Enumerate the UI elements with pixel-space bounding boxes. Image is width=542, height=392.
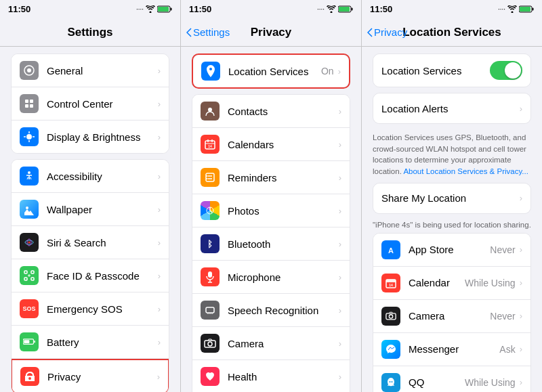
microphone-icon (201, 267, 220, 286)
calendar-label: Calendar (409, 277, 465, 288)
wifi-icon3 (507, 5, 517, 13)
privacy-item-speech[interactable]: Speech Recognition › (192, 294, 350, 327)
contacts-label: Contacts (228, 106, 339, 117)
control-center-chevron: › (158, 99, 161, 109)
svg-rect-13 (25, 104, 28, 108)
loc-app-messenger[interactable]: Messenger Ask › (373, 333, 530, 366)
svg-rect-65 (386, 280, 396, 282)
settings-group1-list: General › Control Center › (11, 53, 169, 154)
svg-rect-28 (31, 278, 34, 280)
svg-rect-31 (24, 340, 29, 343)
control-center-icon (20, 94, 39, 113)
loc-about-link[interactable]: About Location Services & Privacy... (403, 167, 528, 175)
location-services-panel: Privacy Location Services Location Servi… (362, 17, 542, 392)
settings-item-siri[interactable]: Siri & Search › (12, 226, 169, 259)
display-label: Display & Brightness (47, 131, 158, 143)
svg-rect-53 (206, 307, 214, 313)
battery-label: Battery (47, 336, 158, 348)
statusbar-panel2: 11:50 ···· (181, 0, 362, 17)
loc-alerts-item[interactable]: Location Alerts › (373, 93, 530, 123)
bluetooth-icon: ᛒ (201, 234, 220, 253)
messenger-icon (381, 340, 400, 359)
health-icon (201, 367, 220, 386)
location-services-title: Location Services (402, 26, 501, 39)
settings-item-faceid[interactable]: Face ID & Passcode › (12, 259, 169, 292)
siri-icon (20, 233, 39, 252)
loc-app-appstore[interactable]: A App Store Never › (373, 234, 530, 267)
share-location-note: "iPhone 4s" is being used for location s… (362, 219, 542, 233)
loc-app-qq[interactable]: QQ While Using › (373, 366, 530, 392)
photos-icon (201, 201, 220, 220)
loc-app-camera[interactable]: Camera Never › (373, 300, 530, 333)
camera-app-label: Camera (409, 310, 490, 322)
toggle-knob (505, 62, 521, 79)
privacy-item-camera[interactable]: Camera › (192, 327, 350, 360)
share-location-group: Share My Location › (373, 183, 531, 214)
settings-title: Settings (67, 26, 112, 39)
camera-label: Camera (228, 338, 339, 349)
wifi-icon (146, 5, 155, 13)
privacy-item-location[interactable]: Location Services On › (193, 55, 349, 87)
svg-point-69 (390, 381, 391, 383)
battery-icon (157, 5, 172, 13)
privacy-label: Privacy (47, 371, 157, 383)
svg-rect-26 (31, 271, 34, 274)
loc-services-toggle[interactable] (490, 61, 522, 80)
speech-label: Speech Recognition (228, 305, 339, 316)
siri-label: Siri & Search (47, 237, 158, 248)
qq-value: While Using (465, 377, 516, 388)
svg-point-47 (207, 175, 208, 177)
battery-icon2 (338, 5, 353, 13)
settings-item-accessibility[interactable]: Accessibility › (12, 160, 169, 193)
back-to-settings[interactable]: Settings (186, 26, 230, 38)
back-to-privacy[interactable]: Privacy (367, 26, 407, 38)
settings-item-display[interactable]: Display & Brightness › (12, 121, 169, 153)
camera-app-icon (381, 307, 400, 326)
svg-text:A: A (388, 246, 394, 255)
settings-item-emergency[interactable]: SOS Emergency SOS › (12, 292, 169, 326)
svg-rect-12 (30, 100, 33, 103)
appstore-value: Never (490, 244, 515, 255)
speech-icon (201, 301, 220, 320)
settings-panel: Settings General › (0, 17, 181, 392)
accessibility-label: Accessibility (47, 171, 158, 182)
reminders-label: Reminders (228, 172, 339, 183)
svg-text:14: 14 (389, 283, 393, 287)
battery-settings-icon (20, 332, 39, 351)
camera-icon (201, 334, 220, 353)
svg-rect-1 (171, 8, 172, 11)
accessibility-icon (20, 167, 39, 186)
settings-item-privacy[interactable]: Privacy › (12, 360, 168, 392)
time-panel3: 11:50 (370, 4, 392, 14)
settings-item-wallpaper[interactable]: Wallpaper › (12, 193, 169, 226)
location-services-header: Privacy Location Services (362, 17, 542, 47)
privacy-item-reminders[interactable]: Reminders › (192, 161, 350, 194)
messenger-value: Ask (499, 344, 515, 355)
settings-content: General › Control Center › (0, 47, 180, 392)
svg-point-48 (207, 178, 208, 179)
privacy-item-calendars[interactable]: 14 Calendars › (192, 128, 350, 161)
svg-rect-44 (206, 173, 214, 181)
settings-item-general[interactable]: General › (12, 54, 169, 87)
statusbar-panel1: 11:50 ···· (0, 0, 181, 17)
appstore-icon: A (381, 240, 400, 259)
share-location-item[interactable]: Share My Location › (373, 183, 530, 213)
privacy-item-health[interactable]: Health › (192, 360, 350, 392)
health-label: Health (228, 371, 339, 383)
privacy-items-group: Contacts › 14 Calendars › Reminders › (192, 94, 350, 392)
calendars-icon: 14 (201, 135, 220, 154)
privacy-item-bluetooth[interactable]: ᛒ Bluetooth › (192, 227, 350, 261)
loc-services-toggle-item[interactable]: Location Services (373, 54, 530, 87)
svg-rect-8 (520, 7, 530, 12)
svg-rect-7 (533, 8, 534, 11)
settings-item-control-center[interactable]: Control Center › (12, 87, 169, 121)
display-chevron: › (158, 132, 161, 142)
privacy-item-photos[interactable]: Photos › (192, 194, 350, 227)
settings-group2: Accessibility › Wallpaper › Siri & Searc… (11, 159, 169, 392)
privacy-item-contacts[interactable]: Contacts › (192, 95, 350, 128)
privacy-item-microphone[interactable]: Microphone › (192, 261, 350, 294)
loc-app-calendar[interactable]: 14 Calendar While Using › (373, 267, 530, 300)
settings-item-battery[interactable]: Battery › (12, 326, 169, 359)
svg-point-70 (392, 381, 393, 383)
location-on-badge: On (321, 66, 334, 77)
